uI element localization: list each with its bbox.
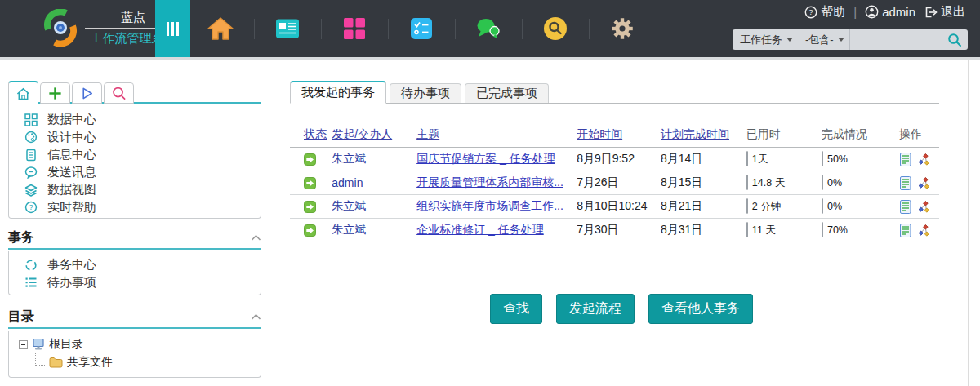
- table-row: 朱立斌 企业标准修订 _ 任务处理 7月30日 8月31日 11 天 70%: [290, 219, 939, 242]
- initiator-link[interactable]: 朱立斌: [332, 152, 416, 166]
- magnifier-icon: [111, 86, 127, 101]
- search-circle-icon[interactable]: [543, 16, 568, 41]
- tab-todo[interactable]: 待办事项: [390, 83, 461, 103]
- grid-icon: [24, 113, 38, 126]
- view-flowchart-icon[interactable]: [917, 224, 931, 237]
- view-detail-icon[interactable]: [899, 153, 912, 166]
- initiator-link[interactable]: admin: [332, 176, 416, 189]
- tree-node-root[interactable]: 根目录: [19, 335, 261, 353]
- col-due-time[interactable]: 计划完成时间: [661, 127, 746, 142]
- menu-label: 事务中心: [47, 257, 96, 273]
- sidebar-item-data-view[interactable]: 数据视图: [9, 181, 261, 199]
- settings-gear-icon[interactable]: [611, 17, 634, 40]
- help-label: 帮助: [821, 4, 845, 20]
- tree-collapse-icon[interactable]: [19, 340, 28, 349]
- tree-node-shared-files[interactable]: 共享文件: [19, 353, 261, 371]
- sidebar-item-todo[interactable]: 待办事项: [9, 274, 261, 292]
- due-time: 8月31日: [661, 223, 746, 237]
- app-window: 蓝点 工作流管理系统: [0, 0, 980, 386]
- view-others-button[interactable]: 查看他人事务: [648, 294, 753, 324]
- search-submit-icon[interactable]: [942, 33, 968, 47]
- sidebar-item-affairs-center[interactable]: 事务中心: [9, 256, 261, 274]
- sidebar-menu-panel: 数据中心 设计中心 信息中心: [8, 105, 261, 219]
- sidebar-item-live-help[interactable]: ? 实时帮助: [9, 199, 261, 217]
- view-flowchart-icon[interactable]: [917, 200, 931, 214]
- home-icon[interactable]: [207, 16, 234, 41]
- username-label: admin: [882, 5, 915, 19]
- sidebar-tab-home[interactable]: [8, 81, 38, 105]
- sidebar-item-info-center[interactable]: 信息中心: [9, 146, 261, 164]
- view-flowchart-icon[interactable]: [917, 176, 931, 190]
- menu-label: 发送讯息: [47, 165, 96, 180]
- collapse-chevron-icon[interactable]: [251, 234, 261, 242]
- sidebar-item-data-center[interactable]: 数据中心: [9, 111, 261, 129]
- completion-bar: 70%: [822, 222, 823, 237]
- col-status[interactable]: 状态: [304, 127, 332, 142]
- col-subject[interactable]: 主题: [416, 127, 577, 142]
- menu-toggle-button[interactable]: [155, 0, 190, 57]
- initiator-link[interactable]: 朱立斌: [332, 223, 416, 237]
- col-start-time[interactable]: 开始时间: [577, 127, 661, 142]
- sidebar-item-design-center[interactable]: 设计中心: [9, 129, 261, 147]
- table-row: admin 开展质量管理体系内部审核... 7月26日 8月15日 14.8 天…: [290, 171, 939, 195]
- tab-completed[interactable]: 已完成事项: [465, 83, 549, 103]
- directory-section-header: 目录: [8, 307, 261, 329]
- start-time: 7月30日: [577, 223, 661, 237]
- directory-tree-panel: 根目录 共享文件: [8, 331, 261, 378]
- search-input[interactable]: [850, 30, 942, 49]
- status-icon: [304, 177, 332, 189]
- svg-text:?: ?: [29, 203, 33, 211]
- help-link[interactable]: ? 帮助: [804, 4, 845, 20]
- message-icon: [24, 166, 38, 179]
- view-detail-icon[interactable]: [899, 200, 912, 214]
- menu-label: 数据中心: [47, 112, 96, 127]
- sidebar-tab-run[interactable]: [72, 82, 102, 104]
- nav-divider: [254, 19, 255, 39]
- tasks-checklist-icon[interactable]: [410, 17, 433, 40]
- help-icon: ?: [24, 201, 38, 214]
- due-time: 8月14日: [661, 152, 746, 166]
- sidebar-tab-search[interactable]: [104, 82, 134, 104]
- menu-label: 实时帮助: [47, 200, 96, 215]
- user-link[interactable]: admin: [865, 5, 915, 19]
- palette-icon: [24, 131, 38, 144]
- start-time: 8月9日9:52: [577, 152, 661, 166]
- view-detail-icon[interactable]: [899, 176, 912, 190]
- chat-icon[interactable]: [475, 17, 501, 40]
- start-time: 7月26日: [577, 175, 661, 190]
- action-buttons: 查找 发起流程 查看他人事务: [490, 294, 753, 324]
- logout-link[interactable]: 退出: [924, 4, 965, 20]
- sidebar-item-send-message[interactable]: 发送讯息: [9, 164, 261, 182]
- find-button[interactable]: 查找: [490, 294, 542, 324]
- sidebar-tab-add[interactable]: [40, 82, 70, 104]
- logout-label: 退出: [941, 4, 965, 20]
- initiator-link[interactable]: 朱立斌: [332, 199, 416, 214]
- header-bottom-border: [0, 57, 980, 60]
- subject-link[interactable]: 开展质量管理体系内部审核...: [416, 175, 577, 190]
- help-icon: ?: [804, 6, 817, 19]
- start-process-button[interactable]: 发起流程: [556, 294, 635, 324]
- view-detail-icon[interactable]: [899, 224, 912, 237]
- apps-grid-icon[interactable]: [344, 18, 365, 39]
- affairs-title: 事务: [8, 229, 34, 246]
- collapse-chevron-icon[interactable]: [251, 313, 261, 321]
- subject-link[interactable]: 组织实施年度市场调查工作...: [416, 199, 577, 214]
- search-category-select[interactable]: 工作任务: [733, 33, 798, 47]
- table-header-row: 状态 发起/交办人 主题 开始时间 计划完成时间 已用时 完成情况 操作: [290, 122, 939, 148]
- document-icon: [24, 149, 38, 162]
- news-icon[interactable]: [275, 19, 300, 39]
- status-icon: [304, 153, 332, 166]
- chevron-down-icon: [786, 38, 793, 42]
- subject-link[interactable]: 企业标准修订 _ 任务处理: [416, 223, 577, 237]
- status-icon: [304, 224, 332, 237]
- nav-divider: [589, 19, 590, 39]
- subject-link[interactable]: 国庆节促销方案 _ 任务处理: [416, 152, 577, 166]
- search-operator-select[interactable]: -包含-: [798, 33, 849, 47]
- col-initiator[interactable]: 发起/交办人: [332, 127, 416, 142]
- menu-label: 设计中心: [47, 130, 96, 145]
- due-time: 8月15日: [661, 175, 746, 190]
- tab-my-initiated[interactable]: 我发起的事务: [290, 81, 386, 104]
- view-flowchart-icon[interactable]: [917, 153, 931, 166]
- status-icon: [304, 201, 332, 213]
- menu-label: 信息中心: [47, 147, 96, 162]
